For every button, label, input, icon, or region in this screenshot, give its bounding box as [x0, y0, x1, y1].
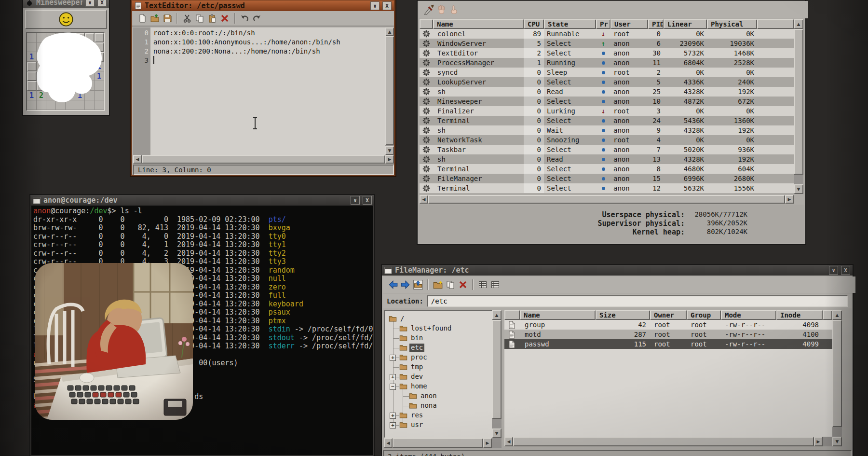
column-header-pid[interactable]: PID: [648, 19, 664, 29]
scroll-thumb[interactable]: [393, 438, 483, 448]
column-header-linear[interactable]: Linear: [664, 19, 707, 29]
tree-item-anon[interactable]: anon: [385, 391, 491, 401]
column-header-mode[interactable]: Mode: [721, 310, 776, 320]
tree-item-lostfound[interactable]: lost+found: [385, 324, 491, 333]
tree-hscrollbar[interactable]: ◀ ▶: [384, 438, 502, 448]
copy-button[interactable]: [193, 13, 206, 24]
delete-button[interactable]: [457, 279, 469, 290]
expand-toggle[interactable]: +: [390, 355, 396, 361]
minesweeper-titlebar[interactable]: Minesweeper ∨ X: [23, 0, 109, 8]
scroll-thumb[interactable]: [492, 320, 502, 419]
close-button[interactable]: X: [97, 0, 107, 7]
kill-button[interactable]: [422, 4, 435, 15]
column-header-blank[interactable]: [420, 19, 433, 29]
process-row[interactable]: 0syncdSleeproot20K0K: [420, 68, 794, 77]
texteditor-titlebar[interactable]: TextEditor: /etc/passwd ∨ X: [132, 0, 394, 11]
smiley-face-button[interactable]: [58, 12, 74, 27]
column-header-cpu[interactable]: CPU: [524, 19, 544, 29]
scroll-thumb[interactable]: [513, 437, 814, 446]
process-row[interactable]: 1ProcessManagerRunninganon116804K2528K: [420, 58, 794, 68]
redo-button[interactable]: [251, 13, 263, 24]
tree-item-home[interactable]: −home: [385, 382, 491, 391]
process-row[interactable]: 0TerminalSelectanon125632K1556K: [420, 183, 794, 193]
process-row[interactable]: 0TerminalSelectanon84680K604K: [420, 164, 794, 174]
editor-hscrollbar[interactable]: ◀ ▶: [133, 155, 394, 164]
location-input[interactable]: [427, 295, 848, 307]
file-row-group[interactable]: group42rootroot-rw-r--r--4098: [504, 320, 832, 330]
collapse-toggle[interactable]: −: [390, 384, 396, 390]
filemanager-titlebar[interactable]: FileManager: /etc ∨ X: [382, 265, 853, 276]
scroll-thumb[interactable]: [794, 29, 803, 175]
scroll-up-button[interactable]: ▲: [385, 28, 394, 36]
expand-toggle[interactable]: +: [390, 413, 396, 419]
scroll-thumb[interactable]: [832, 320, 842, 427]
process-row[interactable]: 0LookupServerSelectanon54336K240K: [420, 77, 794, 87]
tree-item-bin[interactable]: bin: [385, 333, 491, 343]
forward-button[interactable]: [399, 279, 412, 290]
new-file-button[interactable]: [136, 13, 149, 24]
process-row[interactable]: 0shReadanon134328K192K: [420, 154, 794, 164]
tree-vscrollbar[interactable]: ▲ ▼: [492, 310, 502, 438]
close-button[interactable]: X: [382, 1, 392, 10]
tree-item-nona[interactable]: nona: [385, 401, 491, 411]
save-file-button[interactable]: [161, 13, 174, 24]
hand-point-button[interactable]: [448, 4, 460, 15]
up-button[interactable]: [412, 279, 424, 290]
new-folder-button[interactable]: [432, 279, 444, 290]
process-row[interactable]: 0MinesweeperSelectanon104872K672K: [420, 97, 794, 106]
scroll-up-button[interactable]: ▲: [794, 19, 803, 29]
delete-button[interactable]: [218, 13, 231, 24]
column-header-name[interactable]: Name: [433, 19, 524, 29]
paste-button[interactable]: [206, 13, 218, 24]
column-header-inode[interactable]: Inode: [776, 310, 823, 320]
shade-button[interactable]: ∨: [85, 0, 95, 7]
tree-item-proc[interactable]: +proc: [385, 353, 491, 362]
scroll-down-button[interactable]: ▼: [385, 146, 394, 155]
scroll-right-button[interactable]: ▶: [814, 437, 823, 446]
open-file-button[interactable]: [149, 13, 161, 24]
scroll-right-button[interactable]: ▶: [483, 438, 492, 448]
scroll-down-button[interactable]: ▼: [832, 437, 842, 446]
hand-stop-button[interactable]: [435, 4, 448, 15]
scroll-right-button[interactable]: ▶: [785, 195, 794, 204]
file-row-motd[interactable]: motd287rootroot-rw-r--r--4100: [504, 330, 832, 339]
column-header-physical[interactable]: Physical: [707, 19, 757, 29]
undo-button[interactable]: [238, 13, 251, 24]
scroll-thumb[interactable]: [428, 195, 785, 204]
process-row[interactable]: 0TaskbarSelectanon75020K936K: [420, 145, 794, 154]
scroll-thumb[interactable]: [385, 36, 394, 145]
editor-text-area[interactable]: root:x:0:0:root:/:/bin/shanon:x:100:100:…: [150, 28, 385, 155]
expand-toggle[interactable]: +: [390, 374, 396, 380]
process-vscrollbar[interactable]: ▲ ▼: [794, 19, 803, 194]
scroll-thumb[interactable]: [142, 155, 385, 164]
tree-item-usr[interactable]: +usr: [385, 420, 491, 430]
process-row[interactable]: 89colonelRunnable↓root00K0K: [420, 29, 794, 39]
column-header-name[interactable]: Name: [520, 310, 596, 320]
process-row[interactable]: 0shWaitanon94328K192K: [420, 125, 794, 135]
back-button[interactable]: [387, 279, 399, 290]
tree-item-tmp[interactable]: tmp: [385, 362, 491, 372]
copy-button[interactable]: [444, 279, 457, 290]
scroll-left-button[interactable]: ◀: [133, 155, 142, 164]
tree-item-dev[interactable]: +dev: [385, 372, 491, 382]
column-header-size[interactable]: Size: [596, 310, 650, 320]
terminal-titlebar[interactable]: anon@courage:/dev ∨ X: [30, 195, 374, 206]
scroll-left-button[interactable]: ◀: [420, 195, 428, 204]
expand-toggle[interactable]: +: [390, 422, 396, 428]
column-header-state[interactable]: State: [544, 19, 596, 29]
process-row[interactable]: 2TextEditorSelectanon305732K1468K: [420, 48, 794, 58]
grid-view-button[interactable]: [476, 279, 489, 290]
process-row[interactable]: 0shReadanon254328K192K: [420, 87, 794, 97]
files-vscrollbar[interactable]: ▲ ▼: [832, 310, 842, 446]
shade-button[interactable]: ∨: [370, 1, 380, 10]
shade-button[interactable]: ∨: [351, 196, 360, 205]
process-row[interactable]: 5WindowServerSelect↑anon623096K19036K: [420, 39, 794, 48]
scroll-right-button[interactable]: ▶: [385, 155, 394, 164]
column-header-group[interactable]: Group: [687, 310, 721, 320]
files-hscrollbar[interactable]: ◀ ▶: [504, 437, 832, 446]
tree-item-[interactable]: /: [385, 314, 491, 324]
column-header-blank[interactable]: [757, 19, 794, 29]
file-row-passwd[interactable]: passwd115rootroot-rw-r--r--4099: [504, 339, 832, 349]
column-header-user[interactable]: User: [610, 19, 648, 29]
editor-vscrollbar[interactable]: ▲ ▼: [385, 28, 394, 155]
